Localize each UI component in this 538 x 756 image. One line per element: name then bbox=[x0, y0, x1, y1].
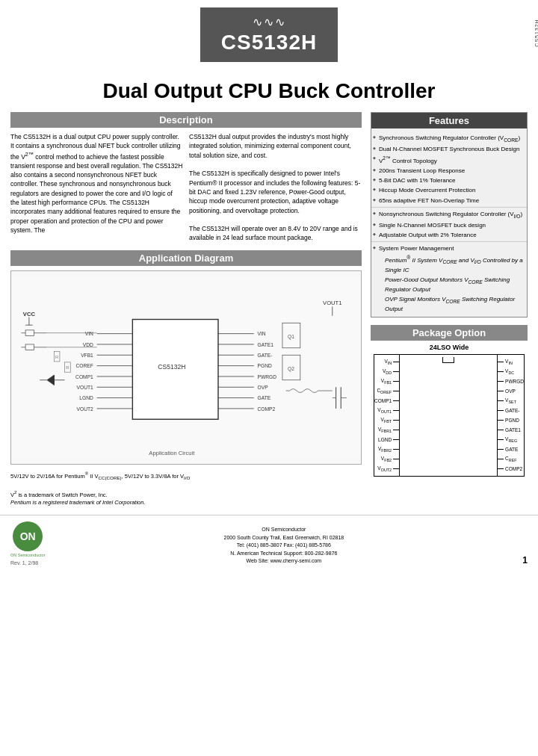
page-header: ∿∿∿ CS5132H CS5132H bbox=[0, 0, 538, 66]
two-col-layout: Description The CS5132H is a dual output… bbox=[0, 112, 538, 507]
feature-item: 200ns Transient Loop Response bbox=[371, 166, 527, 176]
svg-text:COREF: COREF bbox=[75, 363, 93, 368]
logo-text: CS5132H bbox=[221, 31, 317, 55]
feature-item: V2™ Control Topology bbox=[371, 154, 527, 166]
pin-label: VIN bbox=[498, 357, 524, 367]
desc-text-3: The CS5132H is specifically designed to … bbox=[189, 169, 362, 215]
svg-text:VDD: VDD bbox=[83, 342, 93, 347]
svg-text:OVP: OVP bbox=[258, 385, 269, 390]
svg-text:PWRGD: PWRGD bbox=[258, 374, 277, 379]
pin-label: PWRGD bbox=[498, 377, 524, 386]
on-logo-block: ON ON Semiconductor bbox=[10, 521, 45, 557]
feature-item: Hiccup Mode Overcurrent Protection bbox=[371, 185, 527, 195]
on-logo: ON bbox=[13, 521, 43, 551]
pin-label: VFBR1 bbox=[374, 425, 399, 435]
pin-label: LGND bbox=[374, 435, 399, 444]
left-pins: VIN VDD VFB1 COREF COMP1 VOUT1 VFBT VFBR… bbox=[374, 355, 399, 476]
package-header: Package Option bbox=[371, 325, 528, 341]
svg-text:VOUT1: VOUT1 bbox=[77, 385, 94, 390]
footer-company: ON Semiconductor 2000 South County Trail… bbox=[224, 526, 344, 566]
pin-label: COMP1 bbox=[374, 396, 399, 406]
pin-label: VFBT bbox=[374, 415, 399, 425]
notch-shape bbox=[442, 357, 454, 363]
features-header: Features bbox=[371, 113, 527, 128]
svg-text:GATE: GATE bbox=[258, 395, 271, 400]
desc-col-1: The CS5132H is a dual output CPU power s… bbox=[10, 132, 183, 243]
svg-text:CS5132H: CS5132H bbox=[158, 363, 185, 371]
desc-text-1: The CS5132H is a dual output CPU power s… bbox=[10, 132, 183, 235]
pin-label: CREF bbox=[498, 454, 524, 464]
pin-label: VIN bbox=[374, 357, 399, 367]
feature-sub-item: Pentium® II System VCORE and VI/O Contro… bbox=[371, 253, 527, 275]
left-column: Description The CS5132H is a dual output… bbox=[10, 112, 371, 507]
pin-label: VFBR2 bbox=[374, 444, 399, 454]
svg-text:VFB1: VFB1 bbox=[81, 353, 93, 358]
svg-text:VIN: VIN bbox=[258, 331, 266, 336]
app-diagram-header: Application Diagram bbox=[10, 250, 362, 266]
feature-sub-item: OVP Signal Monitors VCORE Switching Regu… bbox=[371, 294, 527, 314]
page-footer: ON ON Semiconductor Rev. 1, 2/98 ON Semi… bbox=[0, 515, 538, 570]
feature-item: System Power Management bbox=[371, 244, 527, 253]
feature-item: Nonsynchronous Switching Regulator Contr… bbox=[371, 209, 527, 220]
page-title: Dual Output CPU Buck Controller bbox=[0, 66, 538, 112]
logo-wave: ∿∿∿ bbox=[253, 15, 286, 29]
feature-item: 65ns adaptive FET Non-Overlap Time bbox=[371, 196, 527, 205]
description-header: Description bbox=[10, 112, 362, 128]
feature-item: Dual N-Channel MOSFET Synchronous Buck D… bbox=[371, 144, 527, 154]
feature-item: Single N-Channel MOSFET buck design bbox=[371, 220, 527, 230]
pin-label: GATE bbox=[498, 444, 524, 454]
svg-text:LGND: LGND bbox=[79, 395, 93, 400]
pin-label: VFB1 bbox=[374, 377, 399, 386]
desc-text-2: CS5132H dual output provides the industr… bbox=[189, 132, 362, 160]
svg-text:COMP2: COMP2 bbox=[258, 406, 276, 412]
svg-text:VOUT2: VOUT2 bbox=[77, 406, 94, 412]
company-name: ON Semiconductor bbox=[262, 527, 306, 532]
circuit-svg: CS5132H VIN VDD VFB1 COREF COMP1 VOUT1 L… bbox=[11, 271, 361, 464]
side-label: CS5132H bbox=[534, 17, 538, 48]
desc-col-2: CS5132H dual output provides the industr… bbox=[189, 132, 362, 243]
svg-text:VOUT1: VOUT1 bbox=[323, 300, 341, 306]
svg-text:VIN: VIN bbox=[85, 331, 93, 336]
ic-notch bbox=[400, 357, 497, 363]
svg-text:VCC: VCC bbox=[23, 311, 36, 317]
svg-text:GATE-: GATE- bbox=[258, 353, 273, 358]
pin-label: VOUT2 bbox=[374, 464, 399, 474]
svg-text:Application Circuit: Application Circuit bbox=[149, 450, 195, 456]
circuit-diagram: CS5132H VIN VDD VFB1 COREF COMP1 VOUT1 L… bbox=[10, 270, 362, 465]
pin-label: VFB2 bbox=[374, 454, 399, 464]
svg-text:R: R bbox=[55, 355, 58, 359]
pin-label: OVP bbox=[498, 386, 524, 396]
caption-line2: V2 is a trademark of Switch Power, Inc. bbox=[10, 489, 362, 499]
features-list: Synchronous Switching Regulator Controll… bbox=[371, 133, 527, 314]
pin-label: VOUT1 bbox=[374, 406, 399, 415]
right-column: Features Synchronous Switching Regulator… bbox=[371, 112, 528, 507]
features-box: Features Synchronous Switching Regulator… bbox=[371, 112, 528, 317]
desc-text-4: The CS5132H will operate over an 8.4V to… bbox=[189, 224, 362, 243]
pin-label: VDC bbox=[498, 367, 524, 377]
svg-text:COMP1: COMP1 bbox=[75, 374, 93, 379]
revision-text: Rev. 1, 2/98 bbox=[10, 560, 38, 566]
ic-body bbox=[399, 355, 498, 476]
pin-label: VREG bbox=[498, 435, 524, 444]
on-logo-text: ON bbox=[20, 530, 36, 542]
company-web: Web Site: www.cherry-semi.com bbox=[247, 558, 322, 563]
feature-item: Synchronous Switching Regulator Controll… bbox=[371, 133, 527, 144]
feature-item: 5-Bit DAC with 1% Tolerance bbox=[371, 176, 527, 185]
pin-label: COMP2 bbox=[498, 464, 524, 474]
page-number: 1 bbox=[522, 555, 528, 566]
on-logo-sub: ON Semiconductor bbox=[10, 553, 45, 557]
company-tel: Tel: (401) 885-3807 Fax: (401) 885-5786 bbox=[237, 542, 331, 548]
description-container: The CS5132H is a dual output CPU power s… bbox=[10, 132, 362, 243]
pin-label: COREF bbox=[374, 386, 399, 396]
right-pins: VIN VDC PWRGD OVP VSET GATE- PGND GATE1 … bbox=[498, 355, 524, 476]
caption-block: 5V/12V to 2V/16A for Pentium® II VCC(COR… bbox=[10, 471, 362, 507]
footer-left: ON ON Semiconductor Rev. 1, 2/98 bbox=[10, 521, 45, 566]
feature-item: Adjustable Output with 2% Tolerance bbox=[371, 230, 527, 240]
caption-line1: 5V/12V to 2V/16A for Pentium® II VCC(COR… bbox=[10, 471, 362, 482]
caption-line3: Pentium is a registered trademark of Int… bbox=[10, 499, 362, 507]
pin-label: VDD bbox=[374, 367, 399, 377]
pin-label: GATE1 bbox=[498, 425, 524, 435]
feature-sub-item: Power-Good Output Monitors VCORE Switchi… bbox=[371, 275, 527, 294]
svg-text:PGND: PGND bbox=[258, 363, 272, 368]
svg-text:Q2: Q2 bbox=[288, 366, 294, 372]
